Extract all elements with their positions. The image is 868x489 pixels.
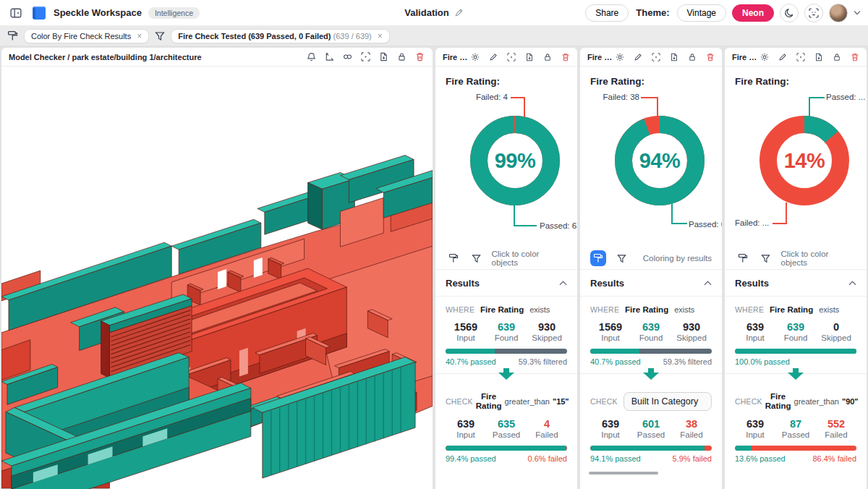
trash-icon[interactable] xyxy=(560,51,571,63)
lock-icon[interactable] xyxy=(542,51,553,63)
trash-icon[interactable] xyxy=(849,51,861,63)
stat-value: 930 xyxy=(671,321,712,333)
where-keyword: WHERE xyxy=(590,305,619,314)
funnel-icon[interactable] xyxy=(613,250,629,266)
theme-vintage-button[interactable]: Vintage xyxy=(677,4,726,22)
collapse-sidebar-icon[interactable] xyxy=(7,4,25,22)
file-icon[interactable] xyxy=(378,51,389,63)
bell-icon[interactable] xyxy=(305,51,317,63)
passed-pct: 40.7% passed xyxy=(446,357,496,366)
scan-icon[interactable] xyxy=(804,4,823,22)
edit-title-icon[interactable] xyxy=(454,8,464,17)
pencil-icon[interactable] xyxy=(777,51,788,63)
stat-value: 639 xyxy=(735,418,775,430)
close-icon[interactable]: × xyxy=(137,32,142,41)
passed-connector xyxy=(809,97,825,98)
results-section-header[interactable]: Results xyxy=(446,270,567,296)
passed-connector xyxy=(671,201,673,224)
color-hint-text: Coloring by results xyxy=(643,254,712,263)
workspace-logo[interactable] xyxy=(31,5,47,21)
check-panel-2: Fire Check... Fire Rating: 94% Failed: 3… xyxy=(580,48,722,489)
results-section-header[interactable]: Results xyxy=(735,270,856,296)
color-by-tab[interactable]: Color By Fire Check Results × xyxy=(24,29,149,43)
check-keyword: CHECK xyxy=(446,397,473,406)
close-icon[interactable]: × xyxy=(378,32,383,41)
trash-icon[interactable] xyxy=(414,51,425,63)
trash-icon[interactable] xyxy=(705,51,716,63)
document-title: Validation xyxy=(404,7,448,18)
pencil-icon[interactable] xyxy=(488,51,499,63)
results-section-header[interactable]: Results xyxy=(590,270,712,296)
model-3d-canvas[interactable] xyxy=(1,67,433,489)
funnel-icon[interactable] xyxy=(469,250,485,266)
chevron-up-icon[interactable] xyxy=(848,281,856,286)
passed-pct: 40.7% passed xyxy=(590,357,641,366)
stat-label: Input xyxy=(590,333,631,342)
failed-pct: 86.4% failed xyxy=(812,454,856,463)
funnel-icon[interactable] xyxy=(758,250,774,266)
lock-icon[interactable] xyxy=(686,51,698,63)
check-keyword: CHECK xyxy=(735,397,762,406)
stat-value: 639 xyxy=(446,418,486,430)
focus-icon[interactable] xyxy=(506,51,517,63)
stat-label: Input xyxy=(446,333,486,342)
file-icon[interactable] xyxy=(668,51,680,63)
paint-roller-icon-active[interactable] xyxy=(590,250,606,266)
stat-label: Failed xyxy=(816,430,856,439)
where-operator: exists xyxy=(819,305,839,314)
paint-roller-icon[interactable] xyxy=(735,250,751,266)
paint-roller-icon[interactable] xyxy=(446,250,461,266)
passed-pct: 99.4% passed xyxy=(446,454,496,463)
paint-roller-icon[interactable] xyxy=(7,30,18,41)
model-viewer-panel: Model Checker / park estate/building 1/a… xyxy=(1,48,433,489)
lock-icon[interactable] xyxy=(831,51,843,63)
link-icon[interactable] xyxy=(341,51,353,63)
where-progress-bar xyxy=(590,349,712,354)
failed-connector xyxy=(641,97,658,98)
gear-icon[interactable] xyxy=(614,51,626,63)
failed-callout: Failed: 4 xyxy=(456,93,508,101)
filter-tab-count: (639 / 639) xyxy=(333,32,372,41)
check-value: "90" xyxy=(842,397,859,406)
focus-icon[interactable] xyxy=(795,51,807,63)
chevron-up-icon[interactable] xyxy=(704,281,712,286)
user-avatar[interactable] xyxy=(829,4,848,22)
theme-neon-button[interactable]: Neon xyxy=(732,4,774,22)
stat-label: Skipped xyxy=(527,333,567,342)
color-hint-text: Click to color objects xyxy=(492,250,567,267)
intelligence-badge: Intelligence xyxy=(148,7,200,19)
account-chevron-down-icon[interactable] xyxy=(854,10,861,15)
stat-label: Found xyxy=(631,333,671,342)
gear-icon[interactable] xyxy=(759,51,770,63)
donut-percent: 14% xyxy=(754,110,855,211)
donut-chart[interactable]: 14% Passed: ... Failed: ... xyxy=(735,88,856,246)
where-progress-bar xyxy=(446,349,567,354)
fire-check-filter-tab[interactable]: Fire Check Tested (639 Passed, 0 Failed)… xyxy=(171,29,390,43)
check-operator: greater_than xyxy=(794,397,839,406)
stat-label: Skipped xyxy=(816,333,856,342)
fire-rating-label: Fire Rating: xyxy=(735,76,856,87)
passed-callout: Passed: 635 xyxy=(540,221,577,230)
focus-icon[interactable] xyxy=(359,51,371,63)
pencil-icon[interactable] xyxy=(632,51,644,63)
file-icon[interactable] xyxy=(524,51,535,63)
results-label: Results xyxy=(590,278,624,289)
donut-chart[interactable]: 99% Failed: 4 Passed: 635 xyxy=(446,88,567,246)
dark-mode-toggle[interactable] xyxy=(780,4,799,22)
donut-chart[interactable]: 94% Failed: 38 Passed: 601 xyxy=(590,88,712,246)
file-icon[interactable] xyxy=(813,51,825,63)
stat-label: Found xyxy=(775,333,816,342)
chevron-up-icon[interactable] xyxy=(559,281,567,286)
panel-title: Fire Check... xyxy=(587,53,614,61)
where-field: Fire Rating xyxy=(625,305,668,314)
check-category-select[interactable]: Built In Category xyxy=(624,392,712,411)
funnel-icon[interactable] xyxy=(155,31,165,41)
share-button[interactable]: Share xyxy=(585,4,629,22)
measure-icon[interactable] xyxy=(323,51,335,63)
focus-icon[interactable] xyxy=(650,51,662,63)
stat-value: 0 xyxy=(816,321,856,333)
lock-icon[interactable] xyxy=(396,51,407,63)
stat-value: 930 xyxy=(527,321,567,333)
horizontal-scrollbar[interactable] xyxy=(589,472,658,475)
gear-icon[interactable] xyxy=(469,51,481,63)
